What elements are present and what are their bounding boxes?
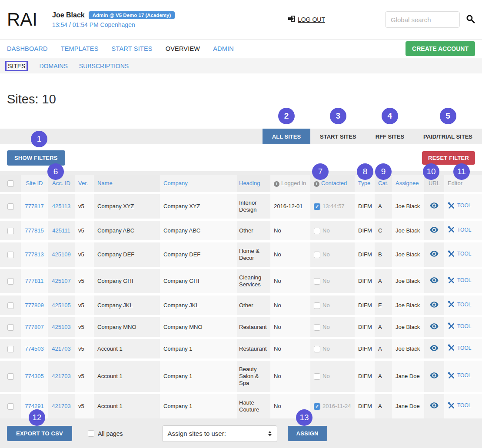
cell-name: Company MNO: [94, 316, 160, 338]
editor-tool-button[interactable]: TOOL: [448, 372, 471, 379]
url-eye-button[interactable]: [430, 324, 439, 331]
editor-tool-button[interactable]: TOOL: [448, 277, 471, 284]
col-header-heading[interactable]: Heading: [237, 175, 270, 193]
contacted-checkbox[interactable]: [314, 252, 320, 258]
site_id-link[interactable]: 777815: [25, 227, 43, 234]
contacted-checkbox[interactable]: [314, 324, 320, 331]
contacted-checkbox[interactable]: [314, 373, 320, 380]
row-checkbox[interactable]: [7, 203, 14, 210]
row-checkbox[interactable]: [7, 252, 14, 258]
acc_id-link[interactable]: 421703: [52, 373, 70, 379]
create-account-button[interactable]: CREATE ACCOUNT: [406, 41, 475, 56]
contacted-checkbox[interactable]: [314, 228, 320, 234]
subnav-item-domains[interactable]: DOMAINS: [39, 63, 67, 70]
cell-contacted: ✓13:44:57: [310, 193, 355, 220]
search-icon[interactable]: [466, 14, 475, 25]
contacted-checkbox[interactable]: ✓: [314, 403, 320, 410]
search-input[interactable]: [385, 11, 460, 28]
tab-paid-trial-sites[interactable]: 5PAID/TRIAL SITES: [414, 129, 482, 144]
main-nav: DASHBOARDTEMPLATESSTART SITESOVERVIEWADM…: [0, 39, 482, 58]
select-all-checkbox[interactable]: [7, 180, 14, 187]
logout[interactable]: LOG OUT: [288, 16, 325, 23]
contacted-checkbox[interactable]: [314, 278, 320, 285]
step-badge-10: 10: [423, 163, 439, 180]
editor-tool-button[interactable]: TOOL: [448, 402, 471, 409]
contacted-checkbox[interactable]: ✓: [314, 203, 320, 210]
tools-icon: [448, 372, 455, 379]
nav-item-admin[interactable]: ADMIN: [213, 45, 234, 52]
editor-tool-button[interactable]: TOOL: [448, 301, 471, 308]
site_id-link[interactable]: 777813: [25, 251, 43, 258]
cell-assignee: Joe Black: [392, 268, 424, 295]
site_id-link[interactable]: 774503: [25, 345, 43, 352]
acc_id-link[interactable]: 425103: [52, 324, 70, 330]
editor-tool-button[interactable]: TOOL: [448, 202, 471, 209]
editor-tool-button[interactable]: TOOL: [448, 322, 471, 330]
assign-user-select[interactable]: Assign sites to user:: [162, 425, 277, 442]
tab-all-sites[interactable]: 2ALL SITES: [263, 129, 310, 144]
row-checkbox[interactable]: [7, 346, 14, 352]
acc_id-link[interactable]: 425107: [52, 278, 70, 284]
site_id-link[interactable]: 777811: [25, 278, 43, 284]
eye-icon: [430, 227, 439, 233]
reset-filter-button[interactable]: RESET FILTER: [422, 151, 475, 165]
col-header-name[interactable]: Name: [94, 175, 160, 193]
row-checkbox[interactable]: [7, 228, 14, 234]
site_id-link[interactable]: 774291: [25, 403, 43, 409]
step-badge-6: 6: [47, 163, 64, 180]
cell-select: [0, 393, 21, 419]
url-eye-button[interactable]: [430, 278, 439, 285]
acc_id-link[interactable]: 425109: [52, 251, 70, 258]
site_id-link[interactable]: 774305: [25, 373, 43, 379]
nav-item-dashboard[interactable]: DASHBOARD: [7, 45, 48, 52]
cell-assignee: Joe Black: [392, 193, 424, 220]
row-checkbox[interactable]: [7, 302, 14, 309]
tab-start-sites[interactable]: 3START SITES: [310, 129, 366, 144]
col-header-company[interactable]: Company: [160, 175, 237, 193]
url-eye-button[interactable]: [430, 203, 439, 210]
acc_id-link[interactable]: 425113: [52, 203, 70, 209]
tool-label: TOOL: [457, 323, 471, 330]
subnav-item-subscriptions[interactable]: SUBSCRIPTIONS: [79, 63, 129, 70]
col-header-site_id[interactable]: Site ID: [21, 175, 48, 193]
row-checkbox[interactable]: [7, 324, 14, 331]
row-checkbox[interactable]: [7, 278, 14, 285]
col-header-ver[interactable]: Ver.: [75, 175, 94, 193]
subnav-item-sites[interactable]: SITES: [5, 61, 28, 71]
step-badge-9: 9: [375, 163, 392, 180]
acc_id-link[interactable]: 425111: [52, 227, 70, 234]
assign-button[interactable]: ASSIGN: [288, 426, 327, 441]
acc_id-link[interactable]: 421703: [52, 345, 70, 352]
nav-item-templates[interactable]: TEMPLATES: [61, 45, 99, 52]
url-eye-button[interactable]: [430, 252, 439, 258]
site_id-link[interactable]: 777817: [25, 203, 43, 209]
col-label: Contacted: [321, 180, 347, 186]
col-header-assignee[interactable]: Assignee: [392, 175, 424, 193]
acc_id-link[interactable]: 421703: [52, 403, 70, 409]
row-checkbox[interactable]: [7, 373, 14, 380]
acc_id-link[interactable]: 425105: [52, 302, 70, 309]
nav-item-start-sites[interactable]: START SITES: [112, 45, 153, 52]
nav-item-overview[interactable]: OVERVIEW: [166, 45, 200, 52]
logout-link[interactable]: LOG OUT: [298, 16, 325, 23]
url-eye-button[interactable]: [430, 302, 439, 309]
contacted-checkbox[interactable]: [314, 346, 320, 352]
url-eye-button[interactable]: [430, 346, 439, 352]
site_id-link[interactable]: 777809: [25, 302, 43, 309]
tab-rff-sites[interactable]: 4RFF SITES: [366, 129, 414, 144]
step-badge-13: 13: [296, 409, 312, 426]
contacted-checkbox[interactable]: [314, 302, 320, 309]
export-csv-button[interactable]: EXPORT TO CSV: [7, 426, 72, 441]
editor-tool-button[interactable]: TOOL: [448, 250, 471, 258]
table-body: 777817425113v5Company XYZCompany XYZInte…: [0, 193, 482, 419]
all-pages-checkbox[interactable]: [88, 430, 94, 437]
editor-tool-button[interactable]: TOOL: [448, 344, 471, 352]
editor-tool-button[interactable]: TOOL: [448, 226, 471, 233]
site_id-link[interactable]: 777807: [25, 324, 43, 330]
row-checkbox[interactable]: [7, 403, 14, 410]
url-eye-button[interactable]: [430, 228, 439, 234]
cell-cat: A: [375, 193, 392, 220]
url-eye-button[interactable]: [430, 373, 439, 380]
eye-icon: [430, 277, 439, 283]
url-eye-button[interactable]: [430, 403, 439, 410]
